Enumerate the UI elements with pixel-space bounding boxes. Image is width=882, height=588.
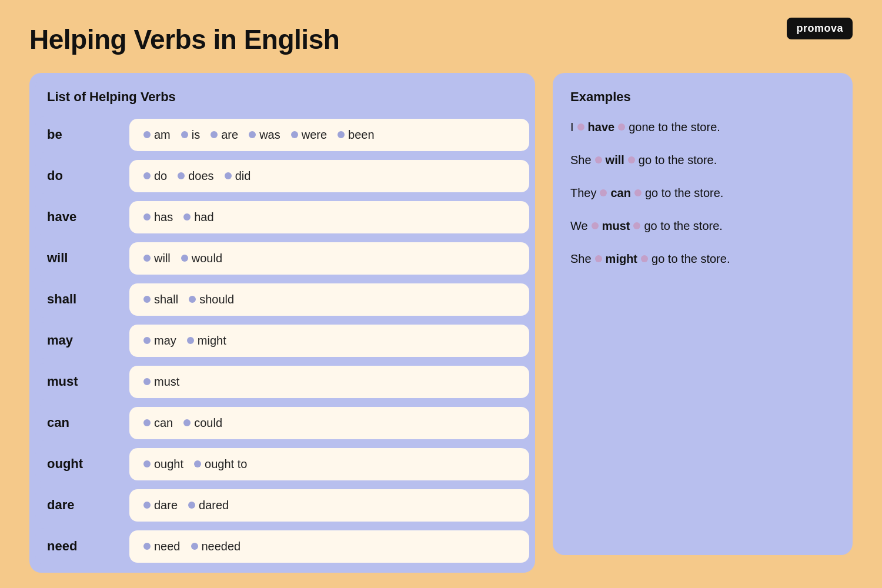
- verb-row: dododoesdid: [35, 158, 529, 194]
- example-dot-after: [628, 156, 635, 163]
- verb-label: need: [35, 528, 129, 564]
- example-dot-before: [595, 156, 602, 163]
- verb-row: maymaymight: [35, 322, 529, 359]
- example-sentence: Shemightgo to the store.: [570, 250, 835, 267]
- verb-rows: beamisarewaswerebeendododoesdidhavehasha…: [35, 112, 529, 567]
- form-text: been: [348, 128, 375, 142]
- form-text: should: [199, 293, 234, 306]
- form-text: did: [235, 169, 251, 183]
- verb-label: dare: [35, 487, 129, 523]
- verb-label: shall: [35, 281, 129, 318]
- form-text: am: [154, 128, 171, 142]
- verb-forms: hashad: [129, 201, 529, 233]
- verb-label: ought: [35, 446, 129, 482]
- example-dot-before: [600, 189, 607, 196]
- verb-forms: cancould: [129, 407, 529, 439]
- verb-row: cancancould: [35, 405, 529, 441]
- brand-logo: promova: [787, 18, 853, 39]
- verb-row: willwillwould: [35, 240, 529, 276]
- form-item: must: [143, 375, 179, 389]
- form-text: are: [221, 128, 238, 142]
- form-item: does: [178, 169, 213, 183]
- example-subject: We: [570, 218, 588, 234]
- verb-row: mustmust: [35, 363, 529, 400]
- form-text: was: [259, 128, 280, 142]
- form-dot: [143, 378, 151, 385]
- form-item: are: [211, 128, 238, 142]
- example-list: Ihavegone to the store.Shewillgo to the …: [559, 112, 847, 274]
- form-item: shall: [143, 293, 178, 306]
- example-dot-before: [592, 222, 599, 229]
- form-item: did: [225, 169, 251, 183]
- example-rest: go to the store.: [652, 250, 730, 267]
- form-text: must: [154, 375, 179, 389]
- verb-forms: willwould: [129, 242, 529, 275]
- example-dot-after: [633, 222, 640, 229]
- right-panel: Examples Ihavegone to the store.Shewillg…: [553, 73, 853, 555]
- verb-row: oughtoughtought to: [35, 446, 529, 482]
- verb-row: havehashad: [35, 199, 529, 235]
- form-text: shall: [154, 293, 178, 306]
- form-dot: [291, 131, 298, 138]
- form-item: can: [143, 416, 173, 430]
- verb-forms: amisarewaswerebeen: [129, 119, 529, 151]
- verb-label: have: [35, 199, 129, 235]
- example-dot-before: [595, 255, 602, 262]
- form-text: needed: [202, 540, 241, 553]
- form-dot: [143, 337, 151, 344]
- form-text: might: [198, 334, 226, 348]
- example-dot-after: [618, 123, 625, 131]
- form-text: may: [154, 334, 176, 348]
- example-verb: will: [606, 152, 624, 168]
- examples-header: Examples: [559, 79, 847, 112]
- example-rest: go to the store.: [644, 218, 722, 234]
- form-item: is: [181, 128, 200, 142]
- form-dot: [143, 213, 151, 220]
- form-dot: [143, 296, 151, 303]
- form-dot: [181, 131, 188, 138]
- form-dot: [338, 131, 345, 138]
- form-dot: [225, 172, 232, 179]
- example-rest: go to the store.: [645, 185, 723, 201]
- verb-label: can: [35, 405, 129, 441]
- form-item: been: [338, 128, 375, 142]
- example-sentence: Wemustgo to the store.: [570, 218, 835, 234]
- form-item: has: [143, 211, 173, 224]
- form-text: dare: [154, 499, 178, 512]
- form-item: was: [249, 128, 280, 142]
- form-text: ought: [154, 457, 183, 471]
- verb-label: will: [35, 240, 129, 276]
- example-dot-after: [641, 255, 648, 262]
- form-dot: [143, 419, 151, 426]
- form-text: could: [194, 416, 222, 430]
- form-item: dare: [143, 499, 178, 512]
- example-sentence: Ihavegone to the store.: [570, 119, 835, 135]
- form-dot: [189, 296, 196, 303]
- form-text: would: [192, 252, 222, 265]
- example-rest: gone to the store.: [629, 119, 720, 135]
- verb-label: must: [35, 363, 129, 400]
- form-dot: [143, 255, 151, 262]
- example-verb: can: [610, 185, 630, 201]
- verb-forms: shallshould: [129, 283, 529, 316]
- example-sentence: Theycango to the store.: [570, 185, 835, 201]
- form-text: need: [154, 540, 181, 553]
- form-text: dared: [199, 499, 229, 512]
- form-item: might: [187, 334, 226, 348]
- form-item: may: [143, 334, 176, 348]
- form-dot: [183, 213, 191, 220]
- verb-forms: needneeded: [129, 530, 529, 563]
- form-item: ought to: [194, 457, 247, 471]
- form-item: ought: [143, 457, 183, 471]
- form-item: do: [143, 169, 167, 183]
- form-item: were: [291, 128, 327, 142]
- example-verb: might: [606, 250, 637, 267]
- left-panel: List of Helping Verbs beamisarewaswerebe…: [29, 73, 535, 573]
- verb-label: be: [35, 116, 129, 153]
- verb-forms: oughtought to: [129, 448, 529, 480]
- form-text: can: [154, 416, 173, 430]
- form-text: do: [154, 169, 167, 183]
- form-dot: [143, 543, 151, 550]
- form-item: needed: [191, 540, 241, 553]
- example-subject: She: [570, 250, 592, 267]
